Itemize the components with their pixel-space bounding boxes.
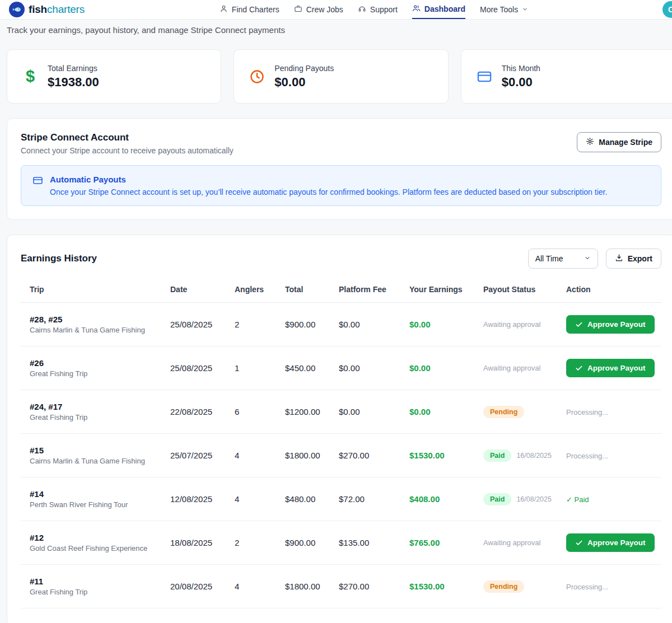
stripe-section-title: Stripe Connect Account [21, 132, 234, 143]
manage-stripe-label: Manage Stripe [599, 138, 652, 147]
trip-name: Perth Swan River Fishing Tour [30, 500, 170, 509]
users-icon [412, 4, 421, 14]
action-cell: Processing... [566, 582, 661, 591]
nav-support[interactable]: Support [358, 0, 398, 19]
payout-status-cell: Paid16/08/2025 [483, 449, 566, 462]
status-paid-badge: Paid [483, 493, 511, 505]
chevron-down-icon [584, 254, 591, 263]
approve-payout-button[interactable]: Approve Payout [566, 533, 655, 552]
status-pending-badge: Pending [483, 406, 524, 418]
stat-card-this-month: This Month $0.00 [461, 49, 672, 104]
credit-card-icon [476, 69, 493, 85]
stats-row: $ Total Earnings $1938.00 Pending Payout… [7, 49, 672, 104]
table-row: #11Great Fishing Trip20/08/20254$1800.00… [21, 565, 661, 608]
dollar-icon: $ [22, 67, 39, 86]
status-awaiting-text: Awaiting approval [483, 364, 540, 372]
approve-payout-label: Approve Payout [587, 364, 646, 372]
action-cell: Processing... [566, 407, 661, 416]
table-row: #15Cairns Marlin & Tuna Game Fishing25/0… [21, 434, 661, 477]
nav-more-tools[interactable]: More Tools [480, 0, 528, 19]
brand-name-bold: fish [29, 3, 47, 15]
column-header: Date [170, 285, 235, 294]
brand-logo[interactable]: fishcharters [9, 2, 85, 17]
trip-cell: #28, #25Cairns Marlin & Tuna Game Fishin… [21, 315, 170, 334]
nav-label: More Tools [480, 5, 518, 14]
total-cell: $450.00 [285, 363, 339, 373]
nav-find-charters[interactable]: Find Charters [220, 0, 279, 19]
headset-icon [358, 4, 366, 15]
your-earnings-cell: $765.00 [409, 538, 483, 547]
column-header: Trip [21, 285, 170, 294]
stat-value: $0.00 [502, 75, 540, 90]
action-cell: Approve Payout [566, 359, 661, 377]
stat-card-total-earnings: $ Total Earnings $1938.00 [7, 49, 221, 104]
nav-dashboard[interactable]: Dashboard [412, 0, 465, 19]
platform-fee-cell: $0.00 [339, 407, 409, 416]
earnings-history-title: Earnings History [21, 253, 97, 264]
earnings-history-section: Earnings History All Time Export TripDat… [7, 235, 672, 623]
person-icon [220, 4, 228, 15]
trip-id: #11 [30, 577, 170, 586]
automatic-payouts-info: Automatic Payouts Once your Stripe Conne… [21, 165, 661, 206]
anglers-cell: 2 [235, 320, 285, 329]
table-row: #12Gold Coast Reef Fishing Experience18/… [21, 521, 661, 565]
your-earnings-cell: $0.00 [409, 407, 483, 416]
time-filter-select[interactable]: All Time [528, 249, 598, 269]
gear-icon [586, 137, 594, 147]
trip-id: #14 [30, 489, 170, 499]
brand-name-accent: charters [47, 3, 85, 15]
approve-payout-button[interactable]: Approve Payout [566, 359, 655, 377]
anglers-cell: 4 [235, 582, 285, 591]
column-header: Payout Status [483, 285, 566, 294]
brand-name: fishcharters [29, 3, 85, 16]
trip-id: #24, #17 [30, 402, 170, 411]
avatar-letter: C [668, 5, 672, 14]
status-pending-badge: Pending [483, 580, 524, 593]
export-button[interactable]: Export [606, 249, 661, 269]
processing-text: Processing... [566, 583, 608, 591]
check-icon [575, 321, 583, 329]
payout-status-cell: Pending [483, 580, 566, 593]
nav-label: Support [370, 5, 398, 14]
main-nav: Find Charters Crew Jobs Support Dashboar… [220, 0, 528, 19]
nav-crew-jobs[interactable]: Crew Jobs [294, 0, 343, 19]
anglers-cell: 4 [235, 494, 285, 504]
nav-label: Find Charters [232, 5, 279, 14]
status-awaiting-text: Awaiting approval [483, 320, 540, 329]
clock-icon [249, 69, 265, 85]
trip-name: Great Fishing Trip [30, 413, 170, 421]
status-awaiting-text: Awaiting approval [483, 538, 540, 547]
trip-id: #28, #25 [30, 315, 170, 324]
manage-stripe-button[interactable]: Manage Stripe [577, 132, 661, 152]
check-icon [575, 364, 583, 372]
anglers-cell: 2 [235, 538, 285, 547]
platform-fee-cell: $270.00 [339, 582, 409, 591]
your-earnings-cell: $0.00 [409, 363, 483, 373]
total-cell: $900.00 [285, 538, 339, 547]
action-cell: Approve Payout [566, 315, 661, 334]
date-cell: 25/08/2025 [170, 363, 235, 373]
your-earnings-cell: $1530.00 [409, 451, 483, 460]
stat-label: Total Earnings [48, 64, 99, 73]
trip-cell: #24, #17Great Fishing Trip [21, 402, 170, 421]
approve-payout-label: Approve Payout [587, 538, 646, 547]
credit-card-icon [32, 175, 43, 188]
trip-id: #12 [30, 533, 170, 542]
column-header: Total [285, 285, 339, 294]
date-cell: 18/08/2025 [170, 538, 235, 547]
anglers-cell: 4 [235, 451, 285, 460]
date-cell: 25/07/2025 [170, 451, 235, 460]
stat-label: Pending Payouts [274, 64, 334, 73]
total-cell: $900.00 [285, 320, 339, 329]
total-cell: $1200.00 [285, 407, 339, 416]
column-header: Your Earnings [409, 285, 483, 294]
payout-status-cell: Paid16/08/2025 [483, 493, 566, 505]
platform-fee-cell: $72.00 [339, 494, 409, 504]
chevron-down-icon [522, 5, 528, 14]
action-cell: Approve Payout [566, 533, 661, 552]
status-paid-date: 16/08/2025 [516, 452, 552, 460]
trip-id: #26 [30, 358, 170, 368]
approve-payout-button[interactable]: Approve Payout [566, 315, 655, 334]
platform-fee-cell: $270.00 [339, 451, 409, 460]
user-avatar[interactable]: C [662, 1, 672, 18]
